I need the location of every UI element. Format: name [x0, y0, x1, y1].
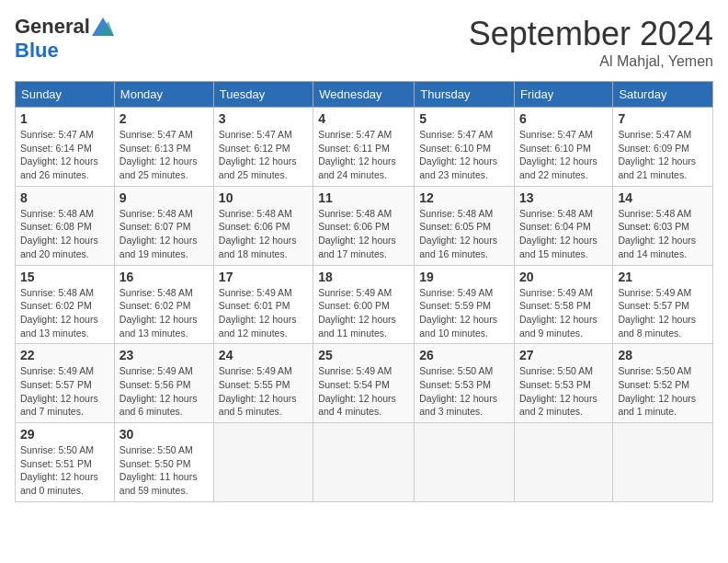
daylight: Daylight: 12 hours and 18 minutes.: [219, 235, 297, 259]
day-number: 23: [119, 348, 209, 362]
table-row: 23 Sunrise: 5:49 AM Sunset: 5:56 PM Dayl…: [114, 344, 213, 423]
title-block: September 2024 Al Mahjal, Yemen: [469, 15, 713, 70]
sunrise: Sunrise: 5:49 AM: [219, 365, 292, 376]
day-number: 3: [219, 111, 308, 126]
day-info: Sunrise: 5:49 AM Sunset: 5:57 PM Dayligh…: [618, 286, 708, 340]
daylight: Daylight: 12 hours and 2 minutes.: [519, 393, 597, 418]
table-row: [213, 423, 313, 502]
table-row: 8 Sunrise: 5:48 AM Sunset: 6:08 PM Dayli…: [16, 186, 115, 265]
daylight: Daylight: 12 hours and 9 minutes.: [519, 314, 597, 339]
sunrise: Sunrise: 5:47 AM: [20, 129, 94, 140]
day-number: 5: [419, 111, 509, 126]
col-sunday: Sunday: [16, 82, 115, 108]
sunset: Sunset: 6:11 PM: [318, 143, 390, 154]
sunrise: Sunrise: 5:49 AM: [219, 287, 292, 298]
daylight: Daylight: 12 hours and 11 minutes.: [318, 314, 396, 339]
day-info: Sunrise: 5:50 AM Sunset: 5:53 PM Dayligh…: [419, 364, 509, 419]
sunset: Sunset: 6:04 PM: [519, 221, 591, 232]
day-number: 26: [419, 348, 509, 362]
table-row: 22 Sunrise: 5:49 AM Sunset: 5:57 PM Dayl…: [16, 344, 115, 423]
table-row: 10 Sunrise: 5:48 AM Sunset: 6:06 PM Dayl…: [213, 186, 313, 265]
sunrise: Sunrise: 5:47 AM: [318, 129, 392, 140]
day-info: Sunrise: 5:49 AM Sunset: 5:56 PM Dayligh…: [119, 364, 209, 419]
logo: General Blue: [15, 15, 114, 63]
col-thursday: Thursday: [415, 82, 515, 108]
sunrise: Sunrise: 5:49 AM: [519, 287, 593, 298]
table-row: 9 Sunrise: 5:48 AM Sunset: 6:07 PM Dayli…: [114, 186, 213, 265]
table-row: 21 Sunrise: 5:49 AM Sunset: 5:57 PM Dayl…: [613, 265, 713, 344]
sunset: Sunset: 5:52 PM: [618, 379, 689, 390]
sunrise: Sunrise: 5:50 AM: [618, 365, 691, 376]
sunset: Sunset: 6:05 PM: [419, 221, 491, 232]
sunset: Sunset: 6:14 PM: [20, 143, 92, 154]
day-number: 11: [318, 190, 409, 205]
day-info: Sunrise: 5:50 AM Sunset: 5:50 PM Dayligh…: [119, 443, 209, 498]
sunrise: Sunrise: 5:47 AM: [618, 129, 691, 140]
sunset: Sunset: 6:06 PM: [219, 221, 290, 232]
calendar: Sunday Monday Tuesday Wednesday Thursday…: [15, 81, 713, 502]
daylight: Daylight: 12 hours and 17 minutes.: [318, 235, 396, 259]
day-number: 14: [618, 190, 708, 205]
sunset: Sunset: 6:10 PM: [519, 143, 591, 154]
day-number: 12: [419, 190, 509, 205]
daylight: Daylight: 12 hours and 14 minutes.: [618, 235, 696, 259]
day-number: 27: [519, 348, 608, 362]
sunrise: Sunrise: 5:50 AM: [519, 365, 593, 376]
page-header: General Blue September 2024 Al Mahjal, Y…: [15, 15, 713, 70]
sunset: Sunset: 5:54 PM: [318, 379, 390, 390]
table-row: [415, 423, 515, 502]
day-number: 18: [318, 270, 409, 284]
daylight: Daylight: 12 hours and 15 minutes.: [519, 235, 597, 259]
sunrise: Sunrise: 5:48 AM: [618, 208, 691, 219]
table-row: 28 Sunrise: 5:50 AM Sunset: 5:52 PM Dayl…: [613, 344, 713, 423]
sunrise: Sunrise: 5:49 AM: [419, 287, 493, 298]
sunrise: Sunrise: 5:48 AM: [219, 208, 292, 219]
sunrise: Sunrise: 5:48 AM: [119, 287, 193, 298]
table-row: 3 Sunrise: 5:47 AM Sunset: 6:12 PM Dayli…: [213, 108, 313, 187]
col-friday: Friday: [515, 82, 613, 108]
daylight: Daylight: 11 hours and 59 minutes.: [119, 471, 198, 496]
table-row: 12 Sunrise: 5:48 AM Sunset: 6:05 PM Dayl…: [415, 186, 515, 265]
sunset: Sunset: 6:12 PM: [219, 143, 290, 154]
day-info: Sunrise: 5:48 AM Sunset: 6:03 PM Dayligh…: [618, 207, 708, 261]
day-info: Sunrise: 5:48 AM Sunset: 6:05 PM Dayligh…: [419, 207, 509, 261]
sunrise: Sunrise: 5:49 AM: [318, 287, 392, 298]
table-row: [613, 423, 713, 502]
daylight: Daylight: 12 hours and 0 minutes.: [20, 471, 98, 496]
sunrise: Sunrise: 5:49 AM: [618, 287, 691, 298]
day-number: 29: [20, 427, 109, 442]
day-number: 1: [20, 111, 109, 126]
sunset: Sunset: 6:07 PM: [119, 221, 191, 232]
sunrise: Sunrise: 5:47 AM: [419, 129, 493, 140]
daylight: Daylight: 12 hours and 13 minutes.: [20, 314, 98, 339]
table-row: 2 Sunrise: 5:47 AM Sunset: 6:13 PM Dayli…: [114, 108, 213, 187]
logo-general: General: [15, 15, 90, 39]
calendar-week-row: 29 Sunrise: 5:50 AM Sunset: 5:51 PM Dayl…: [16, 423, 713, 502]
logo-icon: [92, 17, 114, 36]
day-info: Sunrise: 5:48 AM Sunset: 6:02 PM Dayligh…: [119, 286, 209, 340]
daylight: Daylight: 12 hours and 26 minutes.: [20, 155, 98, 180]
daylight: Daylight: 12 hours and 10 minutes.: [419, 314, 497, 339]
sunset: Sunset: 5:58 PM: [519, 300, 591, 311]
daylight: Daylight: 12 hours and 20 minutes.: [20, 235, 98, 259]
table-row: 18 Sunrise: 5:49 AM Sunset: 6:00 PM Dayl…: [313, 265, 415, 344]
day-number: 16: [119, 270, 209, 284]
sunset: Sunset: 6:10 PM: [419, 143, 491, 154]
daylight: Daylight: 12 hours and 1 minute.: [618, 393, 696, 418]
day-number: 13: [519, 190, 608, 205]
day-number: 8: [20, 190, 109, 205]
sunset: Sunset: 5:53 PM: [519, 379, 591, 390]
day-info: Sunrise: 5:49 AM Sunset: 6:00 PM Dayligh…: [318, 286, 409, 340]
sunset: Sunset: 6:03 PM: [618, 221, 689, 232]
sunset: Sunset: 6:02 PM: [20, 300, 92, 311]
daylight: Daylight: 12 hours and 25 minutes.: [119, 155, 198, 180]
daylight: Daylight: 12 hours and 8 minutes.: [618, 314, 696, 339]
day-info: Sunrise: 5:50 AM Sunset: 5:51 PM Dayligh…: [20, 443, 109, 498]
col-monday: Monday: [114, 82, 213, 108]
day-info: Sunrise: 5:47 AM Sunset: 6:09 PM Dayligh…: [618, 128, 708, 182]
sunset: Sunset: 6:02 PM: [119, 300, 191, 311]
table-row: 17 Sunrise: 5:49 AM Sunset: 6:01 PM Dayl…: [213, 265, 313, 344]
calendar-week-row: 1 Sunrise: 5:47 AM Sunset: 6:14 PM Dayli…: [16, 108, 713, 187]
sunset: Sunset: 5:59 PM: [419, 300, 491, 311]
table-row: 20 Sunrise: 5:49 AM Sunset: 5:58 PM Dayl…: [515, 265, 613, 344]
